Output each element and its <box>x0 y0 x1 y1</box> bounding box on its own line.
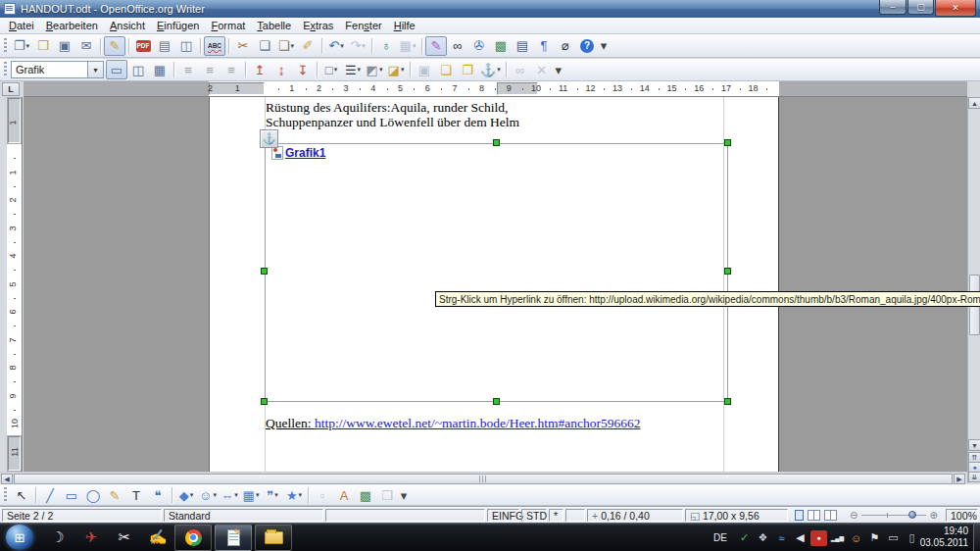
email-button[interactable]: ✉ <box>75 36 97 56</box>
clipboard-icon[interactable]: ▯ <box>904 530 920 546</box>
save-button[interactable]: ▣ <box>54 36 75 56</box>
chevron-down-icon[interactable]: ▼ <box>87 61 104 78</box>
menu-item-extras[interactable]: Extras <box>297 19 339 32</box>
multi-page-view-icon[interactable] <box>808 510 820 521</box>
selection-handle[interactable] <box>724 139 731 146</box>
menu-item-fenster[interactable]: Fenster <box>339 19 387 32</box>
page-preview-button[interactable]: ◫ <box>175 36 197 56</box>
undo-button[interactable]: ↶▾ <box>325 36 347 56</box>
borders-button[interactable]: □▾ <box>320 60 342 79</box>
freeform-line-button[interactable]: ✎ <box>104 485 125 505</box>
scroll-up-icon[interactable]: ▲ <box>968 97 980 109</box>
security-app-button[interactable]: ✈ <box>74 525 108 551</box>
selection-handle[interactable] <box>493 139 500 146</box>
sources-line[interactable]: Quellen: http://www.ewetel.net/~martin.b… <box>266 416 640 431</box>
menu-item-einfgen[interactable]: Einfügen <box>151 19 205 32</box>
toolbar-options-button[interactable]: ▾ <box>553 60 564 79</box>
start-button[interactable]: ⊞ <box>6 525 33 550</box>
align-left-button[interactable]: ≡ <box>177 60 199 79</box>
sync-icon[interactable]: ≈ <box>773 530 790 546</box>
status-selection-mode[interactable]: STD <box>521 509 547 522</box>
wrap-off-button[interactable]: ▭ <box>106 60 127 79</box>
zoom-out-icon[interactable]: ⊖ <box>850 510 858 521</box>
line-button[interactable]: ╱ <box>39 485 61 505</box>
edit-mode-button[interactable]: ✎ <box>104 36 125 56</box>
chevron-down-icon[interactable]: ▾ <box>291 42 295 50</box>
fontwork-gallery-button[interactable]: A <box>333 485 355 505</box>
selected-image-frame[interactable] <box>265 143 728 402</box>
scroll-down-icon[interactable]: ▼ <box>968 439 980 451</box>
status-insert-mode[interactable]: EINFG <box>487 509 519 522</box>
open-folder-button[interactable]: ❒ <box>32 36 54 56</box>
menu-item-format[interactable]: Format <box>205 19 251 32</box>
scroll-left-icon[interactable]: ◀ <box>1 474 13 484</box>
callouts-button[interactable]: ❞▾ <box>262 485 283 505</box>
align-right-button[interactable]: ≡ <box>220 60 242 79</box>
vertical-ruler[interactable]: 11234567891011 <box>7 97 23 472</box>
wrap-through-button[interactable]: ▦ <box>149 60 171 79</box>
single-page-view-icon[interactable] <box>795 510 804 521</box>
image-placeholder-link[interactable]: Grafik1 <box>271 146 325 160</box>
block-arrows-button[interactable]: ⇔▾ <box>219 485 240 505</box>
horizontal-scrollbar[interactable]: ◀ ▶ <box>0 472 967 484</box>
chevron-down-icon[interactable]: ▾ <box>299 491 303 499</box>
minimize-button[interactable]: ‒ <box>879 0 906 15</box>
hyperlink-button[interactable]: ♁ <box>375 36 397 56</box>
status-zoom-level[interactable]: 100% <box>946 509 978 522</box>
line-style-button[interactable]: ☰▾ <box>342 60 364 79</box>
paragraph-line[interactable]: Rüstung des Aquilifers:Aquila, runder Sc… <box>266 101 726 116</box>
next-page-icon[interactable]: ⇊ <box>968 472 980 482</box>
picture-from-file-button[interactable]: ▩ <box>355 485 376 505</box>
zoom-slider-thumb[interactable] <box>908 511 916 519</box>
frame-style-value[interactable]: Grafik <box>11 61 87 78</box>
selection-handle[interactable] <box>261 268 268 275</box>
auto-spellcheck-button[interactable]: ABC <box>204 36 225 56</box>
chevron-down-icon[interactable]: ▾ <box>334 66 338 74</box>
display-icon[interactable]: ▭ <box>885 530 902 546</box>
ellipse-button[interactable]: ◯ <box>82 485 104 505</box>
selection-handle[interactable] <box>493 398 500 405</box>
volume-icon[interactable]: ◀ <box>792 530 808 546</box>
signal-icon[interactable]: ▂▄▆ <box>829 530 846 546</box>
vertical-scrollbar[interactable]: ▲ ▼ ⇈ ● ⇊ <box>967 97 980 483</box>
burning-app-button[interactable]: ✂ <box>108 525 141 551</box>
horizontal-scroll-thumb[interactable] <box>14 474 953 484</box>
horizontal-ruler[interactable]: 21123456789101112131415161718 <box>24 81 967 97</box>
frame-style-combo[interactable]: Grafik ▼ <box>11 61 104 78</box>
chevron-down-icon[interactable]: ▾ <box>379 66 383 74</box>
align-top-button[interactable]: ↥ <box>249 60 270 79</box>
media-app-button[interactable]: ☽ <box>41 525 74 551</box>
format-paintbrush-button[interactable]: ✐ <box>297 36 318 56</box>
paint-app-button[interactable]: ✍ <box>141 525 174 551</box>
anchor-icon[interactable]: ⚓ <box>260 129 278 148</box>
symbol-shapes-button[interactable]: ☺▾ <box>197 485 219 505</box>
chevron-down-icon[interactable]: ▾ <box>274 491 278 499</box>
taskbar-chrome-button[interactable] <box>174 525 212 551</box>
device-icon[interactable]: ❖ <box>755 530 771 546</box>
menu-item-tabelle[interactable]: Tabelle <box>251 19 297 32</box>
cut-button[interactable]: ✂ <box>232 36 254 56</box>
chevron-down-icon[interactable]: ▾ <box>401 66 405 74</box>
nonprinting-characters-button[interactable]: ¶ <box>533 36 555 56</box>
language-indicator[interactable]: DE <box>713 532 727 543</box>
show-desktop-button[interactable] <box>973 524 980 551</box>
navigator-button[interactable]: ✇ <box>468 36 490 56</box>
scroll-right-icon[interactable]: ▶ <box>954 474 965 484</box>
flowchart-button[interactable]: ▦▾ <box>240 485 262 505</box>
toolbar-grip[interactable] <box>3 487 8 503</box>
selection-handle[interactable] <box>261 398 268 405</box>
tab-stop-selector[interactable]: L <box>2 82 20 96</box>
close-button[interactable]: ✕ <box>935 0 976 17</box>
maximize-button[interactable]: ▢ <box>907 0 934 15</box>
taskbar-writer-button[interactable] <box>215 525 252 551</box>
action-center-icon[interactable]: ⚑ <box>866 530 883 546</box>
rectangle-button[interactable]: ▭ <box>61 485 82 505</box>
background-color-button[interactable]: ◪▾ <box>385 60 407 79</box>
recorder-icon[interactable]: ● <box>810 530 827 546</box>
chevron-down-icon[interactable]: ▾ <box>190 491 194 499</box>
image-placeholder-label[interactable]: Grafik1 <box>285 146 325 160</box>
sources-hyperlink[interactable]: http://www.ewetel.net/~martin.bode/Heer.… <box>315 416 641 430</box>
chevron-down-icon[interactable]: ▾ <box>362 42 366 50</box>
chevron-down-icon[interactable]: ▾ <box>497 66 501 74</box>
book-view-icon[interactable] <box>824 510 837 521</box>
